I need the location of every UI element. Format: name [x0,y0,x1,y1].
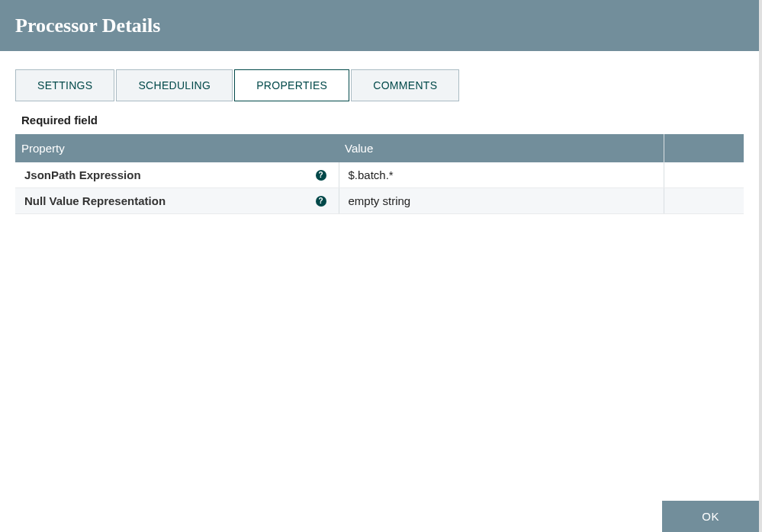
tabs-container: SETTINGS SCHEDULING PROPERTIES COMMENTS [15,69,744,101]
tab-comments[interactable]: COMMENTS [351,69,459,101]
dialog-title: Processor Details [15,14,160,37]
table-header: Property Value [15,134,744,162]
property-name: JsonPath Expression [24,168,141,181]
help-icon[interactable]: ? [316,170,326,181]
column-header-value: Value [339,134,664,162]
property-value-cell[interactable]: $.batch.* [339,162,664,188]
ok-button[interactable]: OK [662,501,759,532]
property-value: $.batch.* [349,168,394,181]
table-row: Null Value Representation ? empty string [15,188,744,214]
help-icon[interactable]: ? [316,196,326,207]
dialog-footer: OK [662,501,759,532]
property-value-cell[interactable]: empty string [339,188,664,214]
property-action-cell [664,188,744,214]
tab-settings[interactable]: SETTINGS [15,69,114,101]
required-field-label: Required field [21,114,744,127]
property-name: Null Value Representation [24,194,166,207]
properties-table: Property Value JsonPath Expression ? $.b… [15,134,744,214]
tab-properties[interactable]: PROPERTIES [234,69,349,101]
property-value: empty string [349,194,411,207]
column-header-actions [664,134,744,162]
property-action-cell [664,162,744,188]
table-row: JsonPath Expression ? $.batch.* [15,162,744,188]
vertical-scrollbar[interactable] [759,0,762,532]
tab-scheduling[interactable]: SCHEDULING [116,69,233,101]
dialog-content: SETTINGS SCHEDULING PROPERTIES COMMENTS … [0,69,759,214]
dialog-header: Processor Details [0,0,762,51]
column-header-property: Property [15,134,339,162]
